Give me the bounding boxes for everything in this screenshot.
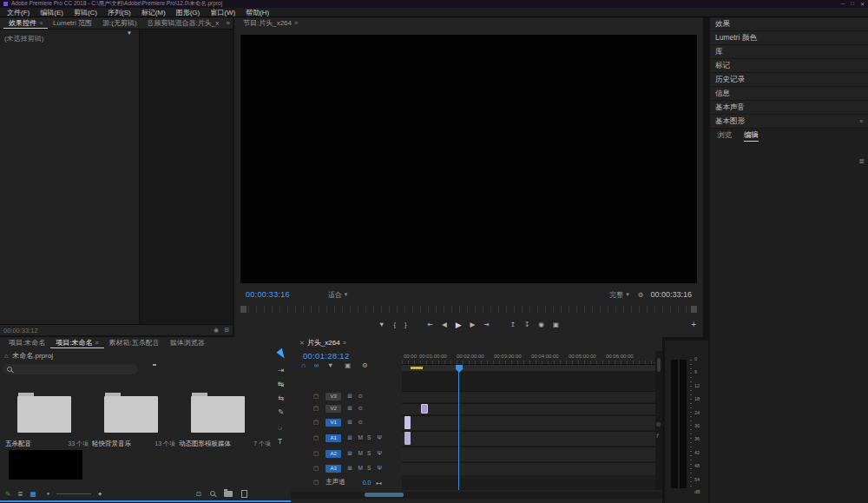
automate-to-sequence-button[interactable]: ⊡	[196, 490, 201, 498]
tab-effect-controls[interactable]: 效果控件 ≡	[3, 18, 48, 29]
program-current-timecode[interactable]: 00:00:33:16	[246, 290, 290, 299]
track-visibility-eye-icon[interactable]: ⊙	[358, 394, 363, 400]
slip-tool[interactable]: ⇆	[278, 394, 284, 402]
pen-tool[interactable]: ✎	[278, 408, 284, 416]
keyframe-grid-icon[interactable]: ⊞	[224, 327, 229, 334]
tab-program[interactable]: 节目:片头_x264 ≡	[238, 18, 303, 28]
hand-tool[interactable]: ☞	[278, 424, 285, 432]
voiceover-mic-icon[interactable]: Ψ	[377, 466, 381, 472]
scrollbar-handle[interactable]	[657, 358, 661, 372]
selection-tool[interactable]	[276, 348, 287, 361]
play-button[interactable]: ▶	[456, 321, 462, 329]
mute-button[interactable]: M	[358, 466, 363, 472]
step-forward-button[interactable]: ▶	[470, 321, 476, 328]
sync-lock-icon[interactable]: ⊞	[347, 451, 352, 457]
project-writable-icon[interactable]: ✎	[5, 490, 10, 498]
lock-icon[interactable]: ▢	[313, 435, 319, 441]
list-view-button[interactable]: ≣	[17, 490, 23, 498]
type-tool[interactable]: T	[278, 438, 282, 446]
panel-options-icon[interactable]: ≣	[858, 157, 865, 165]
panel-header-libraries[interactable]: 库	[710, 45, 868, 59]
tab-project-2[interactable]: 项目:未命名 ≡	[50, 338, 103, 348]
lift-button[interactable]: ↥	[510, 321, 516, 328]
master-level-value[interactable]: 0.0	[363, 480, 372, 486]
step-back-button[interactable]: ◀	[442, 321, 447, 328]
track-target-a2[interactable]: A2	[326, 450, 341, 458]
tab-media-browser[interactable]: 媒体浏览器	[165, 338, 210, 347]
icon-view-button[interactable]: ▦	[30, 490, 36, 498]
work-area-bar[interactable]	[402, 365, 655, 371]
timeline-vertical-scrollbar[interactable]: ◎ ƒ	[655, 351, 662, 490]
find-button[interactable]	[210, 491, 215, 496]
lock-icon[interactable]: ▢	[313, 451, 319, 457]
mute-button[interactable]: M	[358, 451, 363, 457]
track-lane-a3[interactable]	[402, 462, 655, 475]
tab-sequence[interactable]: ✕ 片头_x264 ≡	[294, 338, 352, 347]
voiceover-mic-icon[interactable]: Ψ	[377, 451, 381, 457]
audio-clip[interactable]	[404, 432, 411, 445]
program-scrubber[interactable]	[240, 306, 697, 313]
scrollbar-handle[interactable]	[365, 493, 404, 497]
track-target-v2[interactable]: V2	[326, 405, 341, 413]
track-target-a1[interactable]: A1	[326, 434, 341, 442]
go-to-in-button[interactable]: ⇤	[428, 321, 433, 328]
breadcrumb-project-name[interactable]: 未命名.prproj	[12, 351, 53, 361]
track-lane-a1[interactable]	[402, 431, 655, 446]
voiceover-mic-icon[interactable]: Ψ	[377, 435, 381, 441]
effect-controls-divider[interactable]	[139, 30, 140, 325]
sync-lock-icon[interactable]: ⊞	[347, 406, 352, 412]
solo-button[interactable]: S	[367, 435, 371, 441]
maximize-button[interactable]: □	[851, 1, 854, 7]
search-input[interactable]	[16, 366, 128, 374]
track-target-v3[interactable]: V3	[326, 393, 341, 400]
track-height-preset-icon[interactable]: ◎	[656, 420, 661, 427]
solo-button[interactable]: S	[367, 451, 371, 457]
track-lane-v2[interactable]	[402, 403, 655, 414]
menu-graphics[interactable]: 图形(G)	[171, 8, 206, 17]
tab-source-monitor[interactable]: 源:(无剪辑)	[97, 18, 142, 28]
panel-menu-icon[interactable]: ≡	[343, 340, 346, 346]
menu-edit[interactable]: 编辑(E)	[35, 8, 69, 17]
panel-menu-icon[interactable]: ≡	[859, 118, 863, 124]
scrub-handle-left[interactable]	[240, 306, 247, 313]
new-bin-button[interactable]	[224, 491, 233, 497]
lock-icon[interactable]: ▢	[313, 406, 319, 412]
playback-resolution-select[interactable]: 完整 ▾	[609, 290, 629, 300]
panel-header-info[interactable]: 信息	[710, 87, 868, 101]
zoom-slider-track[interactable]	[56, 493, 91, 494]
bin-item[interactable]: 五杀配音 33 个项	[3, 387, 89, 450]
settings-wrench-icon[interactable]: ⚙	[638, 291, 644, 299]
linked-selection-icon[interactable]: ∞	[314, 362, 319, 369]
sync-lock-icon[interactable]: ⊞	[347, 394, 352, 400]
timeline-horizontal-scrollbar[interactable]	[291, 492, 662, 499]
play-audio-toggle-icon[interactable]: ◉	[214, 327, 219, 334]
add-marker-button[interactable]: ▼	[378, 321, 385, 328]
snap-toggle-icon[interactable]: ∩	[301, 362, 306, 369]
track-lane-a2[interactable]	[402, 447, 655, 461]
search-box[interactable]	[3, 364, 138, 374]
keyframe-nav-icon[interactable]: ▸◂	[376, 480, 381, 486]
nest-toggle-icon[interactable]: ▣	[345, 362, 351, 369]
video-clip[interactable]	[421, 404, 428, 414]
zoom-level-select[interactable]: 适合 ▾	[328, 290, 348, 300]
project-root-icon[interactable]: ⌂	[4, 353, 8, 359]
tab-bin-wusha[interactable]: 素材箱:五杀配音	[104, 338, 165, 347]
bin-item[interactable]: 轻快背景音乐 13 个项	[90, 387, 175, 450]
tab-lumetri-scopes[interactable]: Lumetri 范围	[48, 18, 97, 28]
solo-button[interactable]: S	[367, 466, 371, 472]
mark-out-button[interactable]: }	[404, 321, 407, 328]
add-marker-icon[interactable]: ▼	[327, 362, 333, 369]
track-target-a3[interactable]: A3	[326, 465, 341, 473]
panel-header-history[interactable]: 历史记录	[710, 73, 868, 87]
track-lane-v3[interactable]	[402, 391, 655, 402]
ripple-edit-tool[interactable]: ↹	[278, 381, 284, 388]
track-lane-v1[interactable]	[402, 415, 655, 430]
track-visibility-eye-icon[interactable]: ⊙	[358, 420, 363, 426]
menu-clip[interactable]: 剪辑(C)	[69, 8, 102, 17]
lock-icon[interactable]: ▢	[313, 420, 319, 426]
zoom-slider-handle[interactable]: ●	[47, 491, 49, 496]
panel-menu-icon[interactable]: ≡	[39, 20, 43, 26]
menu-markers[interactable]: 标记(M)	[136, 8, 171, 17]
lock-icon[interactable]: ▢	[313, 466, 319, 472]
sync-lock-icon[interactable]: ⊞	[347, 435, 352, 441]
